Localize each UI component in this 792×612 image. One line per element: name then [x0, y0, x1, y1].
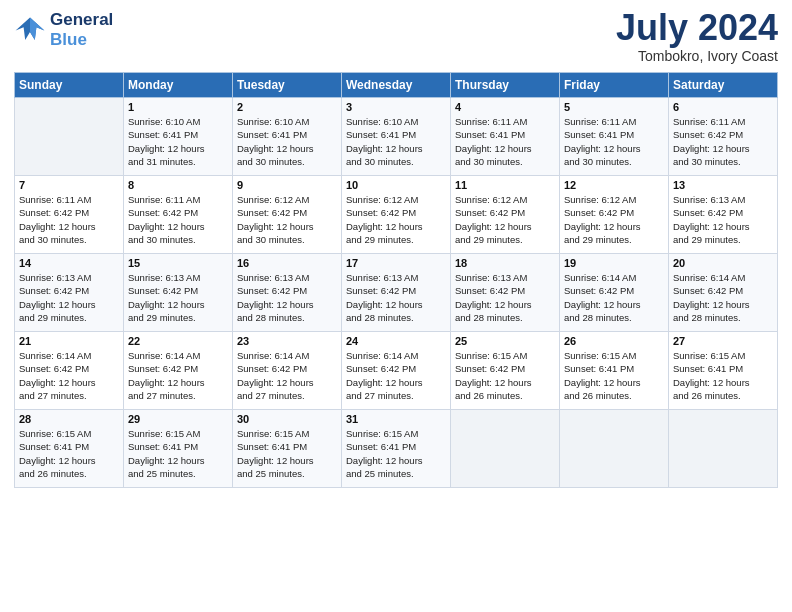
calendar-cell: 13Sunrise: 6:13 AMSunset: 6:42 PMDayligh…	[669, 176, 778, 254]
title-block: July 2024 Tombokro, Ivory Coast	[616, 10, 778, 64]
day-info: Sunrise: 6:11 AMSunset: 6:41 PMDaylight:…	[455, 115, 555, 168]
week-row-3: 14Sunrise: 6:13 AMSunset: 6:42 PMDayligh…	[15, 254, 778, 332]
day-info: Sunrise: 6:15 AMSunset: 6:41 PMDaylight:…	[237, 427, 337, 480]
day-number: 10	[346, 179, 446, 191]
day-number: 20	[673, 257, 773, 269]
calendar-cell: 29Sunrise: 6:15 AMSunset: 6:41 PMDayligh…	[124, 410, 233, 488]
weekday-header-tuesday: Tuesday	[233, 73, 342, 98]
calendar-cell: 27Sunrise: 6:15 AMSunset: 6:41 PMDayligh…	[669, 332, 778, 410]
day-info: Sunrise: 6:15 AMSunset: 6:42 PMDaylight:…	[455, 349, 555, 402]
day-info: Sunrise: 6:12 AMSunset: 6:42 PMDaylight:…	[455, 193, 555, 246]
day-info: Sunrise: 6:13 AMSunset: 6:42 PMDaylight:…	[673, 193, 773, 246]
calendar-container: General Blue July 2024 Tombokro, Ivory C…	[0, 0, 792, 612]
weekday-header-monday: Monday	[124, 73, 233, 98]
calendar-cell: 22Sunrise: 6:14 AMSunset: 6:42 PMDayligh…	[124, 332, 233, 410]
day-info: Sunrise: 6:13 AMSunset: 6:42 PMDaylight:…	[455, 271, 555, 324]
calendar-cell: 25Sunrise: 6:15 AMSunset: 6:42 PMDayligh…	[451, 332, 560, 410]
day-info: Sunrise: 6:13 AMSunset: 6:42 PMDaylight:…	[237, 271, 337, 324]
day-number: 7	[19, 179, 119, 191]
day-info: Sunrise: 6:12 AMSunset: 6:42 PMDaylight:…	[564, 193, 664, 246]
weekday-header-thursday: Thursday	[451, 73, 560, 98]
month-title: July 2024	[616, 10, 778, 46]
location: Tombokro, Ivory Coast	[616, 48, 778, 64]
calendar-cell: 28Sunrise: 6:15 AMSunset: 6:41 PMDayligh…	[15, 410, 124, 488]
day-info: Sunrise: 6:15 AMSunset: 6:41 PMDaylight:…	[564, 349, 664, 402]
calendar-body: 1Sunrise: 6:10 AMSunset: 6:41 PMDaylight…	[15, 98, 778, 488]
calendar-cell: 7Sunrise: 6:11 AMSunset: 6:42 PMDaylight…	[15, 176, 124, 254]
calendar-cell	[560, 410, 669, 488]
day-info: Sunrise: 6:15 AMSunset: 6:41 PMDaylight:…	[19, 427, 119, 480]
day-number: 16	[237, 257, 337, 269]
week-row-2: 7Sunrise: 6:11 AMSunset: 6:42 PMDaylight…	[15, 176, 778, 254]
calendar-cell: 4Sunrise: 6:11 AMSunset: 6:41 PMDaylight…	[451, 98, 560, 176]
week-row-1: 1Sunrise: 6:10 AMSunset: 6:41 PMDaylight…	[15, 98, 778, 176]
weekday-header-wednesday: Wednesday	[342, 73, 451, 98]
calendar-cell: 24Sunrise: 6:14 AMSunset: 6:42 PMDayligh…	[342, 332, 451, 410]
day-info: Sunrise: 6:10 AMSunset: 6:41 PMDaylight:…	[237, 115, 337, 168]
day-info: Sunrise: 6:14 AMSunset: 6:42 PMDaylight:…	[564, 271, 664, 324]
day-number: 6	[673, 101, 773, 113]
calendar-cell: 17Sunrise: 6:13 AMSunset: 6:42 PMDayligh…	[342, 254, 451, 332]
day-number: 27	[673, 335, 773, 347]
day-number: 1	[128, 101, 228, 113]
day-number: 26	[564, 335, 664, 347]
day-number: 11	[455, 179, 555, 191]
calendar-cell: 26Sunrise: 6:15 AMSunset: 6:41 PMDayligh…	[560, 332, 669, 410]
logo: General Blue	[14, 10, 113, 50]
day-info: Sunrise: 6:11 AMSunset: 6:42 PMDaylight:…	[19, 193, 119, 246]
weekday-header-friday: Friday	[560, 73, 669, 98]
day-info: Sunrise: 6:13 AMSunset: 6:42 PMDaylight:…	[19, 271, 119, 324]
day-number: 8	[128, 179, 228, 191]
day-info: Sunrise: 6:15 AMSunset: 6:41 PMDaylight:…	[346, 427, 446, 480]
calendar-cell: 15Sunrise: 6:13 AMSunset: 6:42 PMDayligh…	[124, 254, 233, 332]
weekday-header-sunday: Sunday	[15, 73, 124, 98]
day-number: 9	[237, 179, 337, 191]
calendar-cell: 6Sunrise: 6:11 AMSunset: 6:42 PMDaylight…	[669, 98, 778, 176]
day-number: 19	[564, 257, 664, 269]
day-number: 23	[237, 335, 337, 347]
week-row-4: 21Sunrise: 6:14 AMSunset: 6:42 PMDayligh…	[15, 332, 778, 410]
calendar-cell: 12Sunrise: 6:12 AMSunset: 6:42 PMDayligh…	[560, 176, 669, 254]
day-number: 14	[19, 257, 119, 269]
calendar-cell: 30Sunrise: 6:15 AMSunset: 6:41 PMDayligh…	[233, 410, 342, 488]
day-number: 3	[346, 101, 446, 113]
calendar-cell: 18Sunrise: 6:13 AMSunset: 6:42 PMDayligh…	[451, 254, 560, 332]
calendar-cell: 14Sunrise: 6:13 AMSunset: 6:42 PMDayligh…	[15, 254, 124, 332]
day-info: Sunrise: 6:11 AMSunset: 6:42 PMDaylight:…	[128, 193, 228, 246]
day-number: 24	[346, 335, 446, 347]
day-info: Sunrise: 6:11 AMSunset: 6:42 PMDaylight:…	[673, 115, 773, 168]
day-info: Sunrise: 6:15 AMSunset: 6:41 PMDaylight:…	[128, 427, 228, 480]
calendar-cell: 8Sunrise: 6:11 AMSunset: 6:42 PMDaylight…	[124, 176, 233, 254]
day-info: Sunrise: 6:14 AMSunset: 6:42 PMDaylight:…	[19, 349, 119, 402]
day-info: Sunrise: 6:14 AMSunset: 6:42 PMDaylight:…	[673, 271, 773, 324]
calendar-cell	[15, 98, 124, 176]
day-info: Sunrise: 6:12 AMSunset: 6:42 PMDaylight:…	[346, 193, 446, 246]
day-info: Sunrise: 6:13 AMSunset: 6:42 PMDaylight:…	[346, 271, 446, 324]
day-number: 13	[673, 179, 773, 191]
day-number: 18	[455, 257, 555, 269]
header: General Blue July 2024 Tombokro, Ivory C…	[14, 10, 778, 64]
day-info: Sunrise: 6:12 AMSunset: 6:42 PMDaylight:…	[237, 193, 337, 246]
day-number: 28	[19, 413, 119, 425]
day-info: Sunrise: 6:13 AMSunset: 6:42 PMDaylight:…	[128, 271, 228, 324]
day-info: Sunrise: 6:11 AMSunset: 6:41 PMDaylight:…	[564, 115, 664, 168]
calendar-cell: 9Sunrise: 6:12 AMSunset: 6:42 PMDaylight…	[233, 176, 342, 254]
calendar-cell: 2Sunrise: 6:10 AMSunset: 6:41 PMDaylight…	[233, 98, 342, 176]
calendar-cell: 23Sunrise: 6:14 AMSunset: 6:42 PMDayligh…	[233, 332, 342, 410]
day-info: Sunrise: 6:14 AMSunset: 6:42 PMDaylight:…	[237, 349, 337, 402]
day-number: 22	[128, 335, 228, 347]
day-info: Sunrise: 6:15 AMSunset: 6:41 PMDaylight:…	[673, 349, 773, 402]
calendar-cell: 20Sunrise: 6:14 AMSunset: 6:42 PMDayligh…	[669, 254, 778, 332]
logo-text: General Blue	[50, 10, 113, 50]
day-number: 5	[564, 101, 664, 113]
day-info: Sunrise: 6:14 AMSunset: 6:42 PMDaylight:…	[346, 349, 446, 402]
calendar-table: SundayMondayTuesdayWednesdayThursdayFrid…	[14, 72, 778, 488]
calendar-cell: 10Sunrise: 6:12 AMSunset: 6:42 PMDayligh…	[342, 176, 451, 254]
svg-marker-1	[30, 18, 44, 40]
day-number: 2	[237, 101, 337, 113]
logo-icon	[14, 16, 46, 44]
calendar-cell: 5Sunrise: 6:11 AMSunset: 6:41 PMDaylight…	[560, 98, 669, 176]
calendar-cell: 31Sunrise: 6:15 AMSunset: 6:41 PMDayligh…	[342, 410, 451, 488]
calendar-cell: 19Sunrise: 6:14 AMSunset: 6:42 PMDayligh…	[560, 254, 669, 332]
calendar-cell: 11Sunrise: 6:12 AMSunset: 6:42 PMDayligh…	[451, 176, 560, 254]
